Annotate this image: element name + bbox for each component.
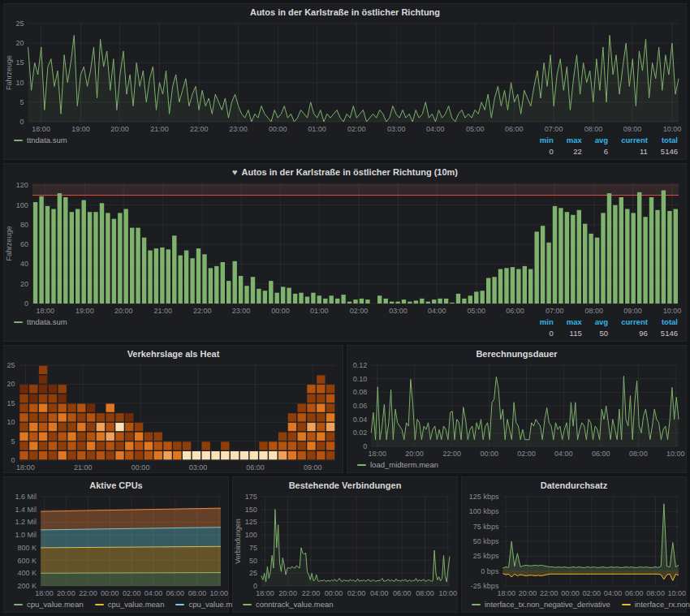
legend-label: cpu_value.mean [108, 599, 165, 610]
series-color-dash-icon [14, 321, 23, 323]
timeseries-chart[interactable]: 18:0020:0022:0000:0002:0004:0006:0008:00… [347, 360, 686, 459]
panel-title[interactable]: Verkehrslage als Heat [4, 346, 343, 360]
panel-verkehrslage-heat: Verkehrslage als Heat 18:0021:0000:0003:… [3, 345, 343, 473]
stat-value: 0 [527, 146, 554, 157]
svg-text:18:00: 18:00 [16, 463, 35, 472]
grafana-dashboard: Autos in der Karlstraße in östlicher Ric… [0, 0, 690, 616]
svg-text:18:00: 18:00 [37, 307, 55, 315]
svg-text:0.02: 0.02 [353, 429, 368, 437]
stacked-area-chart[interactable]: 18:0020:0022:0000:0002:0004:0006:0008:00… [4, 492, 228, 598]
legend-label: cpu_value.mean [27, 599, 84, 610]
stat-header: current [608, 317, 648, 328]
bar-chart[interactable]: 18:0019:0020:0021:0022:0023:0000:0001:00… [4, 179, 686, 316]
panel-title-text: Autos in der Karlstraße in östlicher Ric… [242, 167, 459, 177]
svg-text:Verbindungen: Verbindungen [234, 519, 242, 564]
svg-text:0: 0 [11, 456, 15, 464]
svg-text:15: 15 [7, 399, 15, 407]
panel-title[interactable]: Autos in der Karlstraße in östlicher Ric… [4, 4, 686, 19]
stat-value: 22 [554, 146, 582, 157]
panel-title-text: Berechnungsdauer [476, 349, 557, 359]
svg-text:02:00: 02:00 [123, 589, 141, 597]
svg-text:09:00: 09:00 [623, 125, 642, 133]
series-color-dash-icon [175, 604, 184, 605]
panel-autos-oestlich: Autos in der Karlstraße in östlicher Ric… [3, 3, 687, 160]
svg-text:50 kbps: 50 kbps [473, 537, 499, 545]
legend-item[interactable]: cpu_value.mean [95, 599, 165, 610]
stat-value: 5146 [648, 328, 678, 338]
svg-text:0.10: 0.10 [353, 375, 368, 383]
svg-text:20: 20 [16, 39, 24, 47]
svg-text:10: 10 [16, 79, 24, 87]
svg-text:80: 80 [20, 221, 28, 229]
svg-text:800 K: 800 K [18, 544, 37, 552]
timeseries-chart[interactable]: 18:0020:0022:0000:0002:0004:0006:0008:00… [233, 492, 457, 598]
svg-text:05:00: 05:00 [466, 125, 485, 133]
svg-text:18:00: 18:00 [256, 589, 274, 597]
legend-stats: min max avg current total 0 22 6 11 5146 [527, 135, 678, 157]
legend-item[interactable]: load_midterm.mean [357, 459, 438, 470]
panel-aktive-cpus: Aktive CPUs 18:0020:0022:0000:0002:0004:… [3, 476, 229, 613]
panel-title[interactable]: Berechnungsdauer [347, 346, 686, 360]
legend-item[interactable]: conntrack_value.mean [243, 599, 334, 610]
legend-item[interactable]: interface_tx.non_negative_derivative [472, 599, 610, 610]
svg-text:23:00: 23:00 [232, 307, 251, 315]
svg-text:00:00: 00:00 [480, 450, 498, 458]
svg-text:04:00: 04:00 [428, 307, 446, 315]
svg-text:06:00: 06:00 [393, 589, 412, 597]
svg-text:06:00: 06:00 [625, 589, 644, 597]
svg-text:75 kbps: 75 kbps [473, 523, 499, 531]
svg-text:1.2 Mil: 1.2 Mil [15, 518, 37, 526]
legend-label: conntrack_value.mean [256, 599, 334, 610]
legend-item[interactable]: ttndata.sum [14, 317, 67, 327]
alert-heart-icon: ♥ [232, 167, 238, 177]
svg-text:0: 0 [24, 299, 28, 308]
svg-text:00:00: 00:00 [269, 125, 287, 133]
stat-value: 96 [608, 328, 648, 338]
svg-text:25: 25 [16, 19, 24, 28]
svg-text:125: 125 [245, 518, 257, 526]
svg-text:06:00: 06:00 [592, 450, 610, 458]
svg-text:18:00: 18:00 [369, 450, 387, 458]
svg-text:0.08: 0.08 [353, 388, 368, 396]
svg-text:08:00: 08:00 [188, 589, 207, 597]
svg-text:25: 25 [249, 569, 257, 577]
svg-text:18:00: 18:00 [32, 125, 50, 133]
svg-text:20:00: 20:00 [519, 589, 537, 597]
svg-text:25 kbps: 25 kbps [473, 552, 499, 560]
svg-text:22:00: 22:00 [79, 589, 97, 597]
svg-text:Fahrzeuge: Fahrzeuge [5, 55, 13, 90]
stat-header: max [554, 317, 582, 328]
panel-title[interactable]: ♥Autos in der Karlstraße in östlicher Ri… [4, 164, 686, 179]
legend-stats: min max avg current total 0 115 50 96 51… [527, 317, 678, 338]
heatmap-chart[interactable]: 18:0021:0000:0003:0006:0009:000510152025 [4, 360, 343, 472]
svg-text:15: 15 [16, 58, 24, 67]
svg-text:10:00: 10:00 [666, 450, 685, 458]
legend-item[interactable]: ttndata.sum [14, 135, 67, 145]
panel-title[interactable]: Bestehende Verbindungen [233, 477, 457, 492]
svg-text:05:00: 05:00 [468, 307, 486, 315]
svg-text:22:00: 22:00 [193, 307, 212, 315]
legend-item[interactable]: cpu_value.mean [14, 599, 84, 610]
legend-label: ttndata.sum [27, 317, 67, 327]
svg-text:08:00: 08:00 [416, 589, 434, 597]
legend-item[interactable]: interface_rx.non_negative_derivative [622, 599, 690, 610]
svg-text:09:00: 09:00 [623, 307, 642, 315]
series-color-dash-icon [243, 604, 252, 605]
svg-text:0.12: 0.12 [353, 361, 368, 369]
svg-text:06:00: 06:00 [166, 589, 185, 597]
svg-text:0: 0 [20, 118, 24, 126]
svg-text:08:00: 08:00 [584, 125, 603, 133]
panel-title[interactable]: Aktive CPUs [4, 477, 228, 492]
svg-text:20:00: 20:00 [110, 125, 129, 133]
svg-text:02:00: 02:00 [347, 125, 366, 133]
svg-text:04:00: 04:00 [604, 589, 623, 597]
svg-text:600 K: 600 K [18, 557, 37, 565]
svg-text:20:00: 20:00 [57, 589, 75, 597]
panel-title[interactable]: Datendurchsatz [462, 477, 686, 492]
svg-text:20:00: 20:00 [114, 307, 133, 315]
svg-text:08:00: 08:00 [646, 589, 665, 597]
timeseries-chart[interactable]: 18:0019:0020:0021:0022:0023:0000:0001:00… [4, 19, 686, 134]
series-color-dash-icon [14, 140, 23, 141]
svg-text:07:00: 07:00 [545, 125, 563, 133]
timeseries-chart[interactable]: 18:0020:0022:0000:0002:0004:0006:0008:00… [462, 492, 686, 598]
